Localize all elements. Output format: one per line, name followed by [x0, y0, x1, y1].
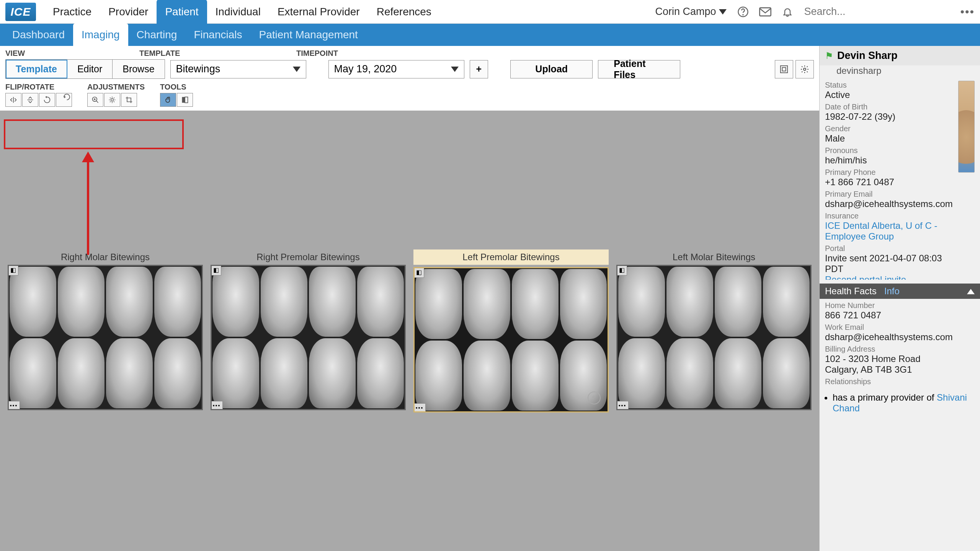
health-facts-tab[interactable]: Health Facts	[825, 286, 877, 297]
view-browse[interactable]: Browse	[113, 60, 164, 78]
topnav-individual[interactable]: Individual	[207, 0, 269, 24]
flag-icon: ⚑	[825, 51, 833, 61]
subnav-patient-management[interactable]: Patient Management	[251, 23, 366, 46]
portal-resend-link[interactable]: Resend portal invite	[825, 274, 953, 280]
user-dropdown[interactable]: Corin Campo	[655, 6, 727, 18]
xray-slot-0[interactable]: Right Molar Bitewings◧•••	[8, 252, 203, 410]
tools-label: TOOLS	[160, 83, 193, 91]
imaging-toolbar: VIEW TEMPLATE TIMEPOINT TemplateEditorBr…	[0, 46, 819, 111]
xray-image[interactable]: ◧•••	[616, 265, 812, 410]
more-icon[interactable]: •••	[960, 5, 975, 18]
subnav-financials[interactable]: Financials	[185, 23, 250, 46]
flip-rotate-group: FLIP/ROTATE	[5, 83, 72, 107]
insurance-link[interactable]: ICE Dental Alberta, U of C - Employee Gr…	[825, 220, 953, 242]
xray-corner-icon[interactable]: ◧	[413, 267, 424, 278]
template-dropdown[interactable]: Bitewings	[170, 60, 306, 78]
health-facts-bar[interactable]: Health Facts Info	[820, 284, 980, 299]
xray-image[interactable]: ◧•••	[211, 265, 406, 410]
portal-value: Invite sent 2021-04-07 08:03 PDT	[825, 253, 953, 274]
triangle-up-icon	[967, 289, 975, 294]
patient-header: ⚑ Devin Sharp	[820, 46, 980, 65]
add-timepoint-button[interactable]: +	[470, 60, 488, 78]
layout-icon-button[interactable]	[775, 60, 793, 78]
flip-label: FLIP/ROTATE	[5, 83, 72, 91]
mail-icon[interactable]	[760, 6, 771, 18]
billing-value-1: 102 - 3203 Home Road	[825, 354, 975, 364]
main-panel: VIEW TEMPLATE TIMEPOINT TemplateEditorBr…	[0, 46, 819, 551]
contrast-button[interactable]	[177, 93, 193, 107]
status-value: Active	[825, 90, 953, 100]
topnav-patient[interactable]: Patient	[157, 0, 207, 24]
svg-rect-4	[782, 67, 786, 71]
body: VIEW TEMPLATE TIMEPOINT TemplateEditorBr…	[0, 46, 980, 551]
subnav-dashboard[interactable]: Dashboard	[4, 23, 73, 46]
topnav-external-provider[interactable]: External Provider	[269, 0, 368, 24]
xray-corner-icon[interactable]: ◧	[616, 265, 627, 276]
user-name: Corin Campo	[655, 6, 716, 18]
xray-menu-icon[interactable]: •••	[616, 401, 629, 410]
upload-button[interactable]: Upload	[510, 60, 593, 78]
topnav-provider[interactable]: Provider	[100, 0, 157, 24]
topnav-practice[interactable]: Practice	[44, 0, 100, 24]
xray-slot-1[interactable]: Right Premolar Bitewings◧•••	[211, 252, 406, 410]
toolbar-controls-row: TemplateEditorBrowse Bitewings May 19, 2…	[5, 59, 814, 79]
insurance-label: Insurance	[825, 212, 953, 220]
app-root: ICE PracticeProviderPatientIndividualExt…	[0, 0, 980, 551]
svg-rect-3	[781, 65, 787, 72]
svg-rect-8	[182, 97, 185, 103]
workemail-value: dsharp@icehealthsystems.com	[825, 332, 975, 342]
xray-title: Right Molar Bitewings	[61, 252, 150, 262]
help-icon[interactable]	[737, 6, 749, 18]
toolbar-labels-row: VIEW TEMPLATE TIMEPOINT	[5, 49, 814, 58]
patient-username: devinsharp	[820, 65, 980, 79]
xray-corner-icon[interactable]: ◧	[211, 265, 221, 276]
xray-slot-2[interactable]: Left Premolar Bitewings◧•••	[413, 249, 609, 412]
logo: ICE	[5, 3, 36, 21]
view-label: VIEW	[5, 49, 28, 58]
patient-name: Devin Sharp	[837, 50, 898, 62]
home-value: 866 721 0487	[825, 310, 975, 321]
view-template[interactable]: Template	[6, 60, 67, 78]
subnav-imaging[interactable]: Imaging	[73, 23, 128, 46]
xray-corner-icon[interactable]: ◧	[8, 265, 18, 276]
imaging-area: Right Molar Bitewings◧•••Right Premolar …	[0, 111, 819, 551]
brightness-button[interactable]	[104, 93, 120, 107]
svg-point-7	[111, 99, 114, 101]
template-value: Bitewings	[176, 63, 220, 75]
xray-slot-3[interactable]: Left Molar Bitewings◧•••	[616, 252, 812, 410]
view-editor[interactable]: Editor	[67, 60, 113, 78]
topnav-references[interactable]: References	[368, 0, 440, 24]
settings-icon-button[interactable]	[795, 60, 814, 78]
xray-menu-icon[interactable]: •••	[8, 401, 20, 410]
svg-point-5	[804, 68, 806, 70]
zoom-button[interactable]	[87, 93, 103, 107]
xray-menu-icon[interactable]: •••	[413, 403, 426, 412]
billing-label: Billing Address	[825, 345, 975, 354]
pan-button[interactable]	[160, 93, 176, 107]
flip-horizontal-button[interactable]	[5, 93, 21, 107]
timepoint-value: May 19, 2020	[334, 63, 397, 75]
svg-point-1	[743, 14, 743, 15]
xray-menu-icon[interactable]: •••	[211, 401, 223, 410]
xray-image[interactable]: ◧•••	[413, 267, 609, 412]
bell-icon[interactable]	[782, 6, 793, 18]
template-label: TEMPLATE	[139, 49, 178, 58]
search-input[interactable]	[804, 6, 949, 18]
topbar-right: Corin Campo •••	[655, 5, 975, 18]
flip-vertical-button[interactable]	[22, 93, 38, 107]
status-label: Status	[825, 81, 953, 90]
crop-button[interactable]	[121, 93, 137, 107]
rotate-left-button[interactable]	[39, 93, 55, 107]
billing-value-2: Calgary, AB T4B 3G1	[825, 364, 975, 375]
view-segment: TemplateEditorBrowse	[5, 59, 165, 79]
rotate-right-button[interactable]	[56, 93, 72, 107]
timepoint-dropdown[interactable]: May 19, 2020	[328, 60, 464, 78]
subnav-charting[interactable]: Charting	[128, 23, 186, 46]
adjust-label: ADJUSTMENTS	[87, 83, 145, 91]
dob-value: 1982-07-22 (39y)	[825, 111, 953, 122]
patient-files-button[interactable]: Patient Files	[598, 60, 680, 78]
info-tab[interactable]: Info	[884, 286, 900, 297]
caret-down-icon	[293, 67, 301, 72]
tools-group: TOOLS	[160, 83, 193, 107]
xray-image[interactable]: ◧•••	[8, 265, 203, 410]
